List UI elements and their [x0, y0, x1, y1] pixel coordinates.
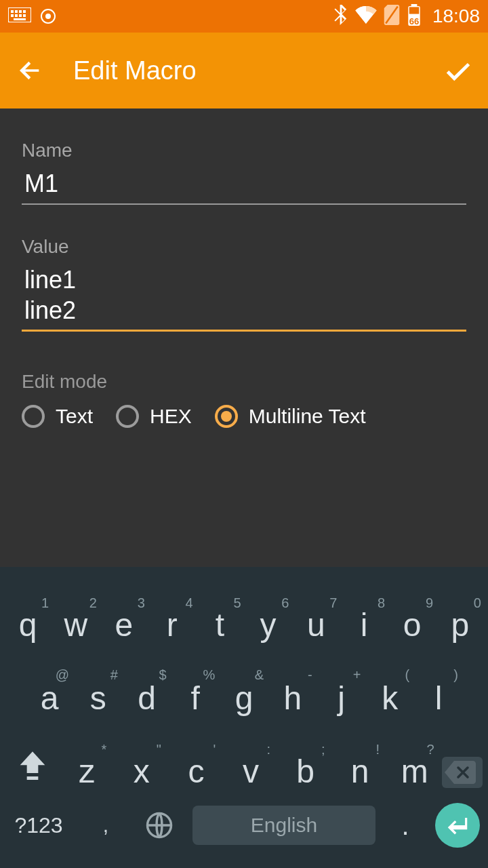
key-d[interactable]: $d [125, 682, 169, 715]
name-label: Name [22, 140, 466, 161]
comma-key[interactable]: , [85, 814, 126, 837]
editmode-label: Edit mode [22, 371, 466, 393]
value-input[interactable] [22, 258, 466, 332]
key-a[interactable]: @a [27, 682, 72, 715]
key-e[interactable]: 3e [102, 609, 146, 642]
radio-label: HEX [150, 405, 192, 428]
key-j[interactable]: +j [319, 682, 364, 715]
svg-rect-14 [27, 776, 39, 780]
shift-key[interactable] [5, 745, 60, 788]
key-n[interactable]: !n [338, 755, 382, 788]
status-bar: 66 18:08 [0, 0, 488, 33]
svg-rect-9 [14, 18, 26, 20]
battery-icon: 66 [407, 4, 422, 28]
svg-rect-3 [19, 10, 22, 13]
key-k[interactable]: (k [367, 682, 412, 715]
key-i[interactable]: 8i [342, 609, 386, 642]
key-h[interactable]: -h [270, 682, 315, 715]
record-indicator-icon [41, 9, 56, 24]
space-key[interactable]: English [192, 806, 375, 845]
radio-icon [215, 405, 238, 428]
svg-rect-12 [411, 4, 418, 7]
bluetooth-icon [333, 5, 348, 28]
key-r[interactable]: 4r [150, 609, 195, 642]
key-v[interactable]: :v [228, 755, 273, 788]
key-t[interactable]: 5t [198, 609, 243, 642]
key-c[interactable]: 'c [174, 755, 218, 788]
key-q[interactable]: 1q [5, 609, 50, 642]
editmode-radio-group: Text HEX Multiline Text [22, 405, 466, 428]
space-label: English [251, 814, 317, 837]
radio-multiline-text[interactable]: Multiline Text [215, 405, 366, 428]
key-y[interactable]: 6y [245, 609, 290, 642]
radio-label: Text [56, 405, 93, 428]
svg-rect-4 [23, 10, 26, 13]
svg-rect-2 [15, 10, 18, 13]
svg-rect-5 [11, 14, 14, 17]
svg-rect-7 [19, 14, 22, 17]
page-title: Edit Macro [73, 56, 197, 85]
radio-hex[interactable]: HEX [116, 405, 192, 428]
key-u[interactable]: 7u [293, 609, 338, 642]
radio-label: Multiline Text [249, 405, 366, 428]
key-g[interactable]: &g [222, 682, 266, 715]
back-button[interactable] [14, 54, 46, 87]
svg-rect-8 [23, 14, 26, 17]
value-label: Value [22, 236, 466, 258]
key-p[interactable]: 0p [438, 609, 483, 642]
keyboard-indicator-icon [8, 7, 31, 25]
language-key[interactable] [142, 808, 176, 842]
key-x[interactable]: "x [119, 755, 164, 788]
key-l[interactable]: )l [416, 682, 461, 715]
key-w[interactable]: 2w [54, 609, 98, 642]
battery-level: 66 [407, 16, 422, 26]
period-key[interactable]: . [392, 810, 419, 841]
key-z[interactable]: *z [64, 755, 109, 788]
key-o[interactable]: 9o [390, 609, 434, 642]
key-m[interactable]: ?m [392, 755, 437, 788]
key-b[interactable]: ;b [283, 755, 328, 788]
soft-keyboard: 1q2w3e4r5t6y7u8i9o0p @a#s$d%f&g-h+j(k)l … [0, 567, 488, 868]
svg-rect-1 [11, 10, 14, 13]
name-input[interactable] [22, 161, 466, 205]
backspace-key[interactable] [442, 757, 483, 788]
confirm-button[interactable] [442, 54, 474, 87]
radio-text[interactable]: Text [22, 405, 93, 428]
wifi-icon [355, 6, 377, 26]
svg-rect-6 [15, 14, 18, 17]
svg-rect-13 [409, 7, 420, 14]
app-bar: Edit Macro [0, 33, 488, 108]
status-time: 18:08 [432, 5, 480, 27]
key-f[interactable]: %f [173, 682, 218, 715]
form-content: Name Value Edit mode Text HEX Multiline … [0, 108, 488, 428]
radio-icon [22, 405, 45, 428]
symbols-key[interactable]: ?123 [8, 813, 69, 838]
radio-icon [116, 405, 139, 428]
key-s[interactable]: #s [76, 682, 121, 715]
no-sim-icon [384, 5, 400, 28]
enter-key[interactable] [435, 803, 480, 848]
